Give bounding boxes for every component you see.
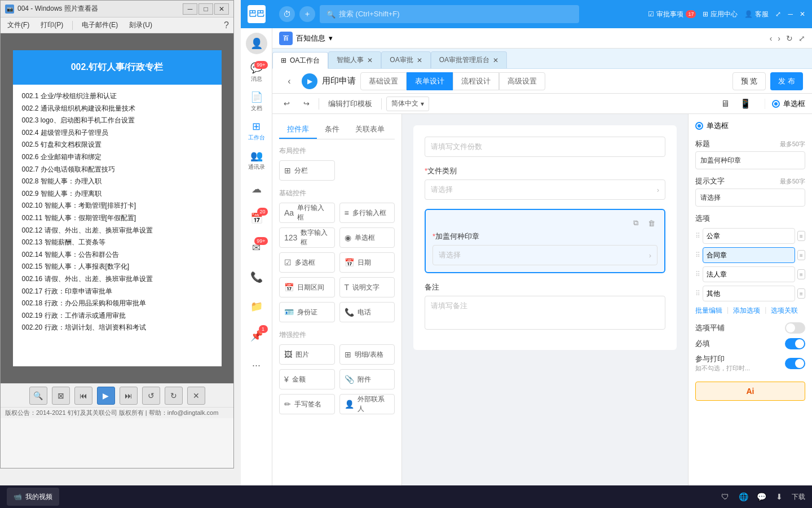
drag-handle-2[interactable]: ⠿ <box>695 251 700 259</box>
file-count-input[interactable]: 请填写文件份数 <box>425 137 665 157</box>
sidebar-item-messages[interactable]: 99+ 💬 消息 <box>243 59 270 86</box>
search-bar[interactable]: 🔍 搜索 (Ctrl+Shift+F) <box>320 5 579 23</box>
flat-toggle[interactable] <box>785 322 805 334</box>
window-min-button[interactable]: ─ <box>788 10 793 18</box>
rotate-cw-button[interactable]: ↻ <box>165 387 183 405</box>
control-date[interactable]: 📅 日期 <box>339 252 395 273</box>
control-signature[interactable]: ✏ 手写签名 <box>279 394 335 414</box>
print-toggle[interactable] <box>785 358 805 369</box>
sidebar-item-more[interactable]: ··· <box>243 352 270 379</box>
sidebar-item-cloud[interactable]: ☁ <box>243 176 270 203</box>
menu-file[interactable]: 文件(F) <box>5 19 32 31</box>
option-input-3[interactable] <box>703 266 795 282</box>
option-input-2[interactable] <box>703 247 795 263</box>
control-image[interactable]: 🖼 图片 <box>279 344 335 365</box>
sidebar-item-mail[interactable]: 99+ ✉ <box>243 235 270 262</box>
tab-admin-close[interactable]: ✕ <box>493 56 498 64</box>
option-input-1[interactable] <box>703 228 795 244</box>
undo-button[interactable]: ↩ <box>279 97 294 111</box>
reload-btn[interactable]: ↻ <box>786 34 793 43</box>
next-button[interactable]: ⏭ <box>120 387 138 405</box>
drag-handle-4[interactable]: ⠿ <box>695 290 700 297</box>
help-button[interactable]: ? <box>224 20 229 30</box>
menu-burn[interactable]: 刻录(U) <box>127 19 155 31</box>
close-button[interactable]: ✕ <box>214 3 229 15</box>
nav-forward-btn[interactable]: › <box>778 34 780 43</box>
org-selector[interactable]: 百 百知信息 ▾ <box>279 32 333 45</box>
control-single-input[interactable]: Aa 单行输入框 <box>279 203 335 223</box>
tab-advanced-settings[interactable]: 高级设置 <box>499 72 545 90</box>
control-description[interactable]: T 说明文字 <box>339 277 395 297</box>
tab-smarthr-close[interactable]: ✕ <box>367 56 373 64</box>
subtab-related[interactable]: 关联表单 <box>347 121 392 139</box>
publish-button[interactable]: 发 布 <box>770 72 803 90</box>
drag-handle[interactable]: ⠿ <box>695 232 700 240</box>
hint-input[interactable] <box>695 189 805 207</box>
notes-textarea[interactable]: 请填写备注 <box>425 296 665 330</box>
taskbar-download-icon[interactable]: ⬇ <box>774 491 785 502</box>
delete-button[interactable]: ✕ <box>187 387 205 405</box>
sidebar-item-calendar[interactable]: 20 📅 <box>243 205 270 233</box>
form-back-btn[interactable]: ‹ <box>281 73 297 89</box>
menu-print[interactable]: 打印(P) <box>38 19 65 31</box>
required-toggle[interactable] <box>785 338 805 349</box>
control-id-card[interactable]: 🪪 身份证 <box>279 302 335 322</box>
control-split-column[interactable]: ⊞ 分栏 <box>279 160 335 181</box>
tab-oa-admin[interactable]: OA审批管理后台 ✕ <box>431 51 507 68</box>
fit-button[interactable]: ⊠ <box>52 387 70 405</box>
language-selector[interactable]: 简体中文 ▾ <box>386 97 429 111</box>
sidebar-item-workspace[interactable]: ⊞ 工作台 <box>243 117 270 144</box>
option-link-link[interactable]: 选项关联 <box>771 306 798 316</box>
drag-handle-3[interactable]: ⠿ <box>695 270 700 278</box>
batch-edit-link[interactable]: 批量编辑 <box>695 306 722 316</box>
tab-oa-workspace[interactable]: ⊞ OA工作台 <box>272 52 328 69</box>
control-external-contact[interactable]: 👤 外部联系人 <box>339 394 395 414</box>
option-input-4[interactable] <box>703 286 795 301</box>
expand-button[interactable]: ⤢ <box>775 10 781 18</box>
desktop-view-button[interactable]: 🖥 <box>717 97 733 111</box>
minimize-button[interactable]: ─ <box>183 3 197 15</box>
control-radio[interactable]: ◉ 单选框 <box>339 227 395 248</box>
subtab-controls[interactable]: 控件库 <box>279 121 317 139</box>
tab-flow-design[interactable]: 流程设计 <box>453 72 499 90</box>
tab-smart-hr[interactable]: 智能人事 ✕ <box>328 51 381 68</box>
add-option-link[interactable]: 添加选项 <box>733 306 760 316</box>
tab-oa-approval[interactable]: OA审批 ✕ <box>381 51 430 68</box>
control-checkbox[interactable]: ☑ 多选框 <box>279 252 335 273</box>
tab-basic-settings[interactable]: 基础设置 <box>360 72 407 90</box>
add-tab-button[interactable]: ＋ <box>299 6 315 22</box>
control-phone[interactable]: 📞 电话 <box>339 302 395 322</box>
taskbar-globe-icon[interactable]: 🌐 <box>738 491 749 502</box>
preview-button[interactable]: 预 览 <box>732 72 766 90</box>
option-extra-4[interactable]: ≡ <box>797 288 805 299</box>
rotate-ccw-button[interactable]: ↺ <box>142 387 160 405</box>
mobile-view-button[interactable]: 📱 <box>738 97 753 111</box>
sidebar-item-pin[interactable]: 1 📌 <box>243 323 270 350</box>
control-multi-input[interactable]: ≡ 多行输入框 <box>339 203 395 223</box>
sidebar-item-files[interactable]: 📁 <box>243 294 270 321</box>
copy-field-button[interactable]: ⧉ <box>629 217 642 229</box>
control-attachment[interactable]: 📎 附件 <box>339 369 395 389</box>
sidebar-item-contacts[interactable]: 👥 通讯录 <box>243 147 270 174</box>
customer-button[interactable]: 👤 客服 <box>744 10 769 19</box>
taskbar-shield-icon[interactable]: 🛡 <box>720 491 731 502</box>
prev-button[interactable]: ⏮ <box>74 387 92 405</box>
audit-button[interactable]: ☑ 审批事项 17 <box>648 10 696 19</box>
seal-type-select[interactable]: 请选择 › <box>433 245 657 265</box>
control-table[interactable]: ⊞ 明细/表格 <box>339 344 395 365</box>
history-button[interactable]: ⏱ <box>279 6 295 22</box>
print-template-button[interactable]: 编辑打印模板 <box>324 97 377 111</box>
sidebar-item-docs[interactable]: 📄 文档 <box>243 88 270 115</box>
slideshow-button[interactable]: ▶ <box>97 387 115 405</box>
redo-button[interactable]: ↪ <box>299 97 314 111</box>
control-amount[interactable]: ¥ 金额 <box>279 369 335 389</box>
tab-approval-close[interactable]: ✕ <box>417 56 422 64</box>
tab-form-design[interactable]: 表单设计 <box>407 72 453 90</box>
option-extra-3[interactable]: ≡ <box>797 269 805 279</box>
file-category-select[interactable]: 请选择 › <box>425 179 665 200</box>
apps-button[interactable]: ⊞ 应用中心 <box>703 10 738 19</box>
nav-back-btn[interactable]: ‹ <box>770 34 773 43</box>
maximize-button[interactable]: □ <box>198 3 213 15</box>
option-extra-2[interactable]: ≡ <box>797 250 805 260</box>
option-extra-1[interactable]: ≡ <box>797 231 805 241</box>
